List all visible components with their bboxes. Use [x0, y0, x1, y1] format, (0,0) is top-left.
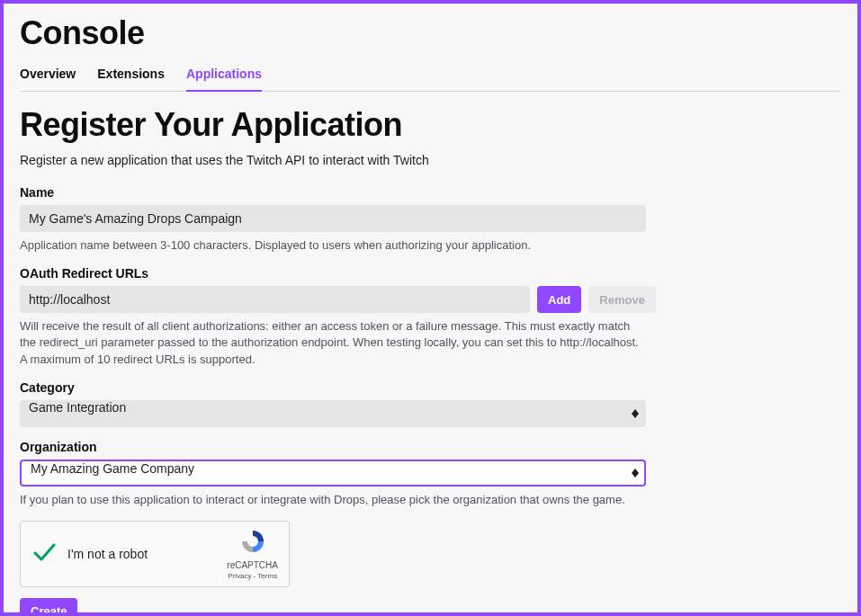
name-input[interactable]: [20, 205, 646, 232]
recaptcha-icon: [239, 528, 266, 558]
recaptcha-box[interactable]: I'm not a robot reCAPTCHA Privacy - Term…: [20, 521, 290, 587]
tab-overview[interactable]: Overview: [20, 67, 76, 92]
page-title: Register Your Application: [20, 106, 841, 144]
remove-button: Remove: [588, 286, 656, 313]
recaptcha-brand: reCAPTCHA: [227, 560, 278, 570]
tabs: Overview Extensions Applications: [20, 67, 841, 92]
create-button[interactable]: Create: [20, 598, 77, 616]
organization-label: Organization: [20, 440, 841, 454]
add-button[interactable]: Add: [537, 286, 581, 313]
oauth-help: Will receive the result of all client au…: [20, 318, 646, 368]
page-subtitle: Register a new application that uses the…: [20, 153, 841, 167]
console-title: Console: [20, 14, 841, 52]
checkmark-icon: [31, 540, 57, 568]
name-help: Application name between 3-100 character…: [20, 237, 646, 254]
category-label: Category: [20, 380, 841, 395]
recaptcha-legal: Privacy - Terms: [228, 572, 277, 580]
oauth-input[interactable]: [20, 286, 530, 313]
name-label: Name: [20, 185, 841, 200]
oauth-label: OAuth Redirect URLs: [20, 266, 841, 281]
recaptcha-text: I'm not a robot: [67, 547, 148, 561]
category-select[interactable]: Game Integration: [20, 400, 646, 427]
tab-extensions[interactable]: Extensions: [97, 67, 165, 92]
organization-select[interactable]: My Amazing Game Company: [20, 460, 646, 487]
organization-help: If you plan to use this application to i…: [20, 492, 646, 508]
tab-applications[interactable]: Applications: [186, 67, 262, 92]
